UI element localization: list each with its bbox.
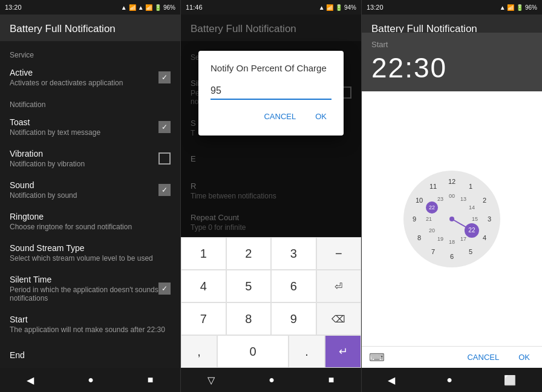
key-2[interactable]: 2	[226, 237, 272, 270]
clock-num-6: 6	[446, 250, 458, 263]
status-bar-mid: 11:46 ▲ 📶 🔋 94%	[181, 0, 362, 15]
clock-num-9: 9	[408, 213, 420, 225]
status-bar-left: 13:20 ▲ 📶 ▲ 📶 🔋 96%	[0, 0, 181, 15]
clock-num-2: 2	[478, 194, 491, 206]
checkbox-vibration[interactable]	[158, 152, 171, 165]
key-enter[interactable]: ↵	[325, 335, 361, 368]
checkbox-silent[interactable]	[158, 283, 171, 295]
time-picker-header: Start 22:30	[362, 33, 542, 91]
key-5[interactable]: 5	[226, 270, 272, 302]
recent-btn-mid[interactable]: ■	[324, 370, 339, 390]
clock-num-3: 3	[483, 213, 495, 225]
back-btn-mid[interactable]: ▽	[203, 370, 220, 391]
key-dot[interactable]: .	[289, 335, 325, 368]
keyboard-row-2: 4 5 6 ⏎	[181, 270, 361, 302]
status-bars: 13:20 ▲ 📶 ▲ 📶 🔋 96% 11:46 ▲ 📶 🔋 94% 13:2…	[0, 0, 542, 15]
section-notification: Notification	[0, 93, 180, 111]
signal-icon-left: ▲	[121, 4, 127, 11]
key-4[interactable]: 4	[181, 270, 226, 302]
time-picker-display: 22:30	[371, 51, 532, 84]
checkbox-toast[interactable]	[158, 121, 171, 133]
clock-num-18: 18	[446, 236, 458, 248]
setting-end[interactable]: End	[0, 340, 180, 368]
dialog-title: Notify On Percent Of Charge	[211, 63, 331, 73]
app-title-left: Battery Full Notification	[10, 23, 171, 35]
key-comma[interactable]: ,	[181, 335, 217, 368]
screens-container: Battery Full Notification Service Active…	[0, 15, 542, 392]
time-picker-label: Start	[371, 40, 532, 49]
key-1[interactable]: 1	[181, 237, 226, 270]
time-picker-overlay: Start 22:30 22 12 1 2 3 4 5 6 7	[362, 33, 542, 368]
key-6[interactable]: 6	[271, 270, 316, 302]
status-bar-right: 13:20 ▲ 📶 🔋 96%	[362, 0, 542, 15]
notify-percent-dialog: Notify On Percent Of Charge Cancel OK	[198, 51, 344, 136]
icons-mid: ▲ 📶 🔋 94%	[319, 4, 356, 11]
setting-toast[interactable]: Toast Notification by text message	[0, 111, 180, 143]
time-left: 13:20	[5, 4, 22, 11]
recent-btn-left[interactable]: ■	[143, 370, 158, 390]
numeric-keyboard: 1 2 3 − 4 5 6 ⏎ 7 8 9 ⌫ , 0 . ↵	[181, 237, 361, 368]
keyboard-switch-icon[interactable]: ⌨	[369, 351, 385, 364]
dialog-buttons: Cancel OK	[211, 109, 331, 123]
clock-num-1: 1	[465, 180, 477, 192]
settings-list-left: Service Active Activates or deactivates …	[0, 41, 180, 368]
battery-right: ▲ 📶 🔋 96%	[500, 4, 537, 11]
clock-num-5: 5	[465, 246, 477, 258]
checkbox-sound[interactable]	[158, 184, 171, 196]
nav-bar-mid: ▽ ● ■	[181, 368, 361, 392]
nav-bar-right: ◀ ● ⬜	[362, 368, 542, 392]
screen-right: Battery Full Notification Select which s…	[362, 15, 542, 392]
recent-btn-right[interactable]: ⬜	[499, 370, 521, 391]
home-btn-mid[interactable]: ●	[264, 370, 279, 390]
time-mid: 11:46	[186, 4, 203, 11]
home-btn-right[interactable]: ●	[442, 370, 457, 390]
wifi-icon-left: 📶	[129, 4, 136, 11]
cancel-btn[interactable]: Cancel	[259, 109, 301, 123]
clock-face[interactable]: 22 12 1 2 3 4 5 6 7 8 9 10 11 00 13	[403, 171, 500, 267]
setting-sound[interactable]: Sound Notification by sound	[0, 174, 180, 206]
key-8[interactable]: 8	[226, 302, 272, 335]
key-backspace[interactable]: ⌫	[316, 302, 362, 335]
checkbox-active[interactable]	[158, 71, 171, 83]
screen-middle: Battery Full Notification Select which s…	[181, 15, 362, 392]
setting-silent-time[interactable]: Silent Time Period in which the applicat…	[0, 269, 180, 309]
nav-bar-left: ◀ ● ■	[0, 368, 180, 392]
key-9[interactable]: 9	[271, 302, 316, 335]
setting-sound-stream[interactable]: Sound Stream Type Select which stream vo…	[0, 237, 180, 269]
time-picker-footer: ⌨ Cancel OK	[362, 346, 542, 368]
setting-vibration[interactable]: Vibration Notification by vibration	[0, 143, 180, 174]
clock-hand-dot: 22	[465, 223, 479, 238]
home-btn-left[interactable]: ●	[83, 370, 99, 390]
screen-left: Battery Full Notification Service Active…	[0, 15, 181, 392]
clock-center	[449, 217, 454, 221]
time-ok-btn[interactable]: OK	[514, 350, 535, 364]
key-7[interactable]: 7	[181, 302, 226, 335]
clock-num-4: 4	[478, 232, 491, 244]
clock-num-8: 8	[413, 232, 425, 244]
setting-active[interactable]: Active Activates or deactivates applicat…	[0, 62, 180, 93]
section-service: Service	[0, 44, 180, 62]
time-cancel-btn[interactable]: Cancel	[462, 350, 504, 364]
ok-btn[interactable]: OK	[310, 109, 331, 123]
icons-right: ▲ 📶 🔋 96%	[500, 4, 537, 11]
key-3[interactable]: 3	[271, 237, 316, 270]
app-bar-left: Battery Full Notification	[0, 15, 180, 41]
battery-left: ▲ 📶 🔋 96%	[138, 4, 175, 11]
clock-num-10: 10	[413, 194, 425, 206]
battery-mid: ▲ 📶 🔋 94%	[319, 4, 356, 11]
clock-num-11: 11	[427, 180, 439, 192]
keyboard-row-1: 1 2 3 −	[181, 237, 361, 270]
setting-ringtone[interactable]: Ringtone Choose ringtone for sound notif…	[0, 206, 180, 237]
clock-num-12: 12	[446, 175, 458, 188]
setting-start[interactable]: Start The application will not make soun…	[0, 309, 180, 340]
percent-input[interactable]	[211, 83, 331, 100]
clock-num-20: 20	[426, 224, 438, 237]
back-btn-left[interactable]: ◀	[22, 370, 39, 391]
clock-num-7: 7	[427, 246, 439, 258]
key-return[interactable]: ⏎	[316, 270, 362, 302]
clock-num-21: 21	[423, 213, 435, 225]
key-0[interactable]: 0	[217, 335, 289, 368]
key-minus[interactable]: −	[316, 237, 362, 270]
time-right: 13:20	[367, 4, 384, 11]
back-btn-right[interactable]: ◀	[383, 370, 400, 391]
